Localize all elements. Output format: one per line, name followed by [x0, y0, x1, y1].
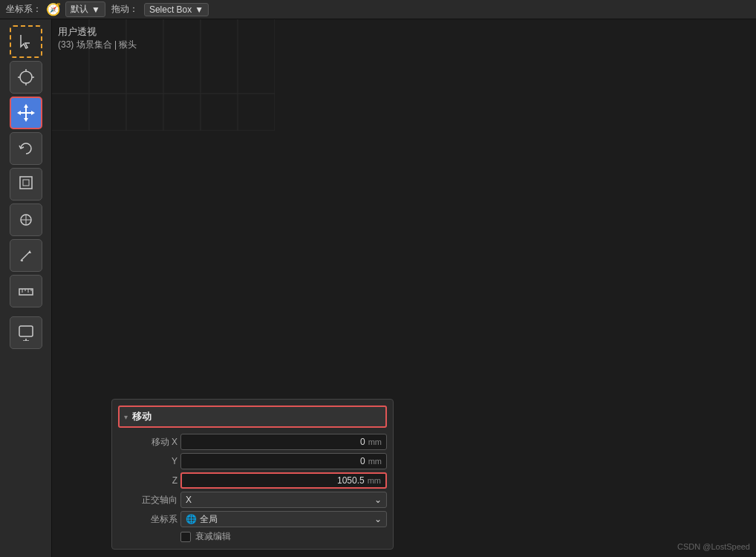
panel-header[interactable]: ▾ 移动	[118, 405, 387, 428]
cursor-icon	[18, 69, 34, 85]
tool-transform[interactable]	[10, 203, 42, 236]
svg-rect-12	[23, 180, 29, 186]
svg-marker-10	[31, 111, 35, 115]
tool-rotate[interactable]	[10, 132, 42, 165]
move-z-label: Z	[118, 475, 177, 486]
tool-select[interactable]	[10, 25, 42, 58]
orient-dropdown[interactable]: X ⌄	[180, 492, 387, 508]
falloff-checkbox[interactable]	[180, 532, 191, 542]
viewport-subtitle: (33) 场景集合 | 猴头	[58, 39, 137, 51]
viewport[interactable]: 用户透视 (33) 场景集合 | 猴头 ▾ 移动 移动 X 0 mm Y 0 m…	[52, 19, 756, 557]
move-y-row: Y 0 mm	[118, 453, 387, 469]
rotate-icon	[18, 140, 34, 157]
drag-dropdown[interactable]: Select Box ▼	[144, 3, 209, 16]
move-x-input[interactable]: 0 mm	[180, 434, 387, 450]
top-toolbar: 坐标系： 🧭 默认 ▼ 拖动： Select Box ▼	[0, 0, 756, 19]
tool-annotate[interactable]	[10, 239, 42, 272]
panel-chevron: ▾	[124, 413, 128, 421]
coord-dropdown[interactable]: 🌐 全局 ⌄	[180, 511, 387, 527]
svg-rect-11	[20, 177, 32, 189]
tool-scale[interactable]	[10, 168, 42, 201]
tool-ruler[interactable]	[10, 275, 42, 307]
add-icon	[18, 325, 34, 341]
orient-label: 正交轴向	[118, 494, 177, 506]
properties-panel: ▾ 移动 移动 X 0 mm Y 0 mm Z 1050.5 mm	[111, 399, 394, 550]
move-z-input[interactable]: 1050.5 mm	[180, 472, 387, 489]
svg-rect-19	[19, 289, 33, 295]
coord-icon: 🌐	[186, 514, 197, 524]
viewport-title: 用户透视	[58, 25, 97, 39]
checkbox-row: 衰减编辑	[180, 530, 387, 543]
move-y-input[interactable]: 0 mm	[180, 453, 387, 469]
tool-cursor[interactable]	[10, 61, 42, 94]
watermark: CSDN @LostSpeed	[677, 542, 750, 551]
ruler-icon	[18, 283, 34, 299]
svg-rect-24	[19, 326, 33, 336]
coordinate-label: 坐标系：	[6, 3, 42, 16]
transform-icon	[18, 212, 34, 228]
move-x-label: 移动 X	[118, 436, 177, 449]
tool-move[interactable]	[10, 97, 42, 129]
coordinate-dropdown[interactable]: 默认 ▼	[65, 1, 105, 17]
svg-marker-17	[28, 250, 31, 253]
tool-add[interactable]	[10, 316, 42, 349]
move-icon	[17, 104, 35, 122]
move-y-label: Y	[118, 456, 177, 466]
left-sidebar	[0, 19, 52, 557]
falloff-label: 衰减编辑	[195, 530, 231, 543]
move-z-row: Z 1050.5 mm	[118, 472, 387, 489]
svg-marker-7	[24, 104, 28, 108]
coord-row: 坐标系 🌐 全局 ⌄	[118, 511, 387, 527]
coord-label: 坐标系	[118, 513, 177, 526]
svg-point-0	[20, 71, 32, 83]
select-icon	[18, 33, 34, 50]
drag-label: 拖动：	[111, 3, 138, 16]
coordinate-icon: 🧭	[48, 4, 59, 16]
orient-row: 正交轴向 X ⌄	[118, 492, 387, 508]
move-x-row: 移动 X 0 mm	[118, 434, 387, 450]
panel-title: 移动	[132, 410, 151, 423]
svg-marker-8	[24, 118, 28, 122]
svg-marker-9	[17, 111, 21, 115]
annotate-icon	[18, 247, 34, 264]
